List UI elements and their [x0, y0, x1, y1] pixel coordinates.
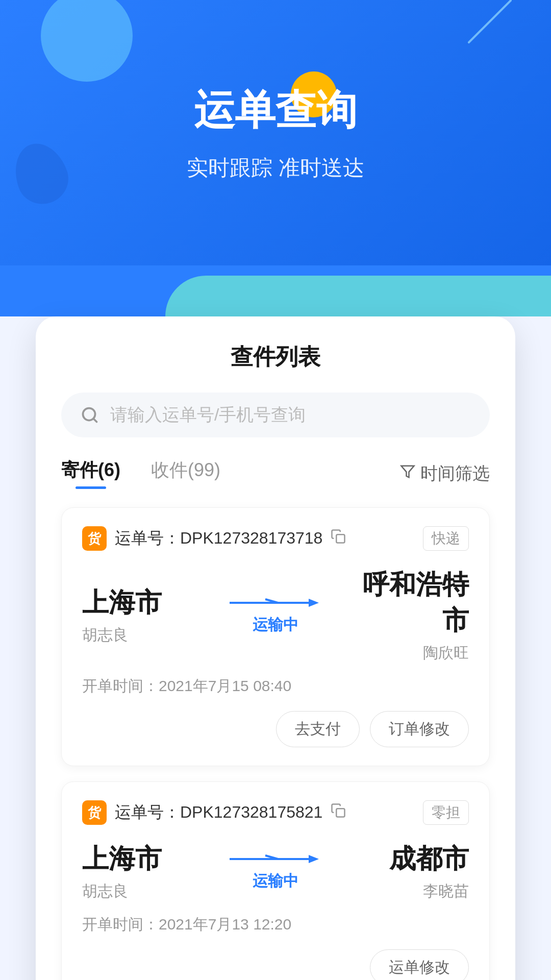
svg-marker-5	[309, 599, 319, 607]
hero-subtitle: 实时跟踪 准时送达	[187, 154, 364, 182]
search-icon	[80, 405, 100, 425]
svg-marker-2	[402, 465, 414, 477]
hero-title: 运单查询	[194, 83, 357, 138]
shipment-card-2: 货 运单号：DPK127328175821 零担 上海市 胡志良	[61, 781, 490, 980]
type-badge-1: 快递	[423, 526, 469, 551]
card-actions-1: 去支付 订单修改	[82, 711, 469, 747]
copy-icon-2[interactable]	[331, 803, 346, 822]
route-row-1: 上海市 胡志良 运输中 呼和浩特市 陶欣旺	[82, 567, 469, 664]
from-city-1: 上海市 胡志良	[82, 585, 211, 646]
tabs-row: 寄件(6) 收件(99) 时间筛选	[61, 458, 490, 489]
card-actions-2: 运单修改	[82, 949, 469, 980]
route-row-2: 上海市 胡志良 运输中 成都市 李晓苗	[82, 841, 469, 902]
pay-button-1[interactable]: 去支付	[276, 711, 360, 747]
type-badge-2: 零担	[423, 800, 469, 825]
order-icon-2: 货	[82, 800, 107, 825]
open-time-1: 开单时间：2021年7月15 08:40	[82, 676, 469, 697]
search-bar[interactable]: 请输入运单号/手机号查询	[61, 393, 490, 437]
decoration-shape-left	[6, 136, 75, 211]
filter-icon	[400, 464, 415, 483]
search-placeholder: 请输入运单号/手机号查询	[110, 403, 306, 427]
card-header-1: 货 运单号：DPK127328173718 快递	[82, 526, 469, 551]
to-city-2: 成都市 李晓苗	[340, 841, 469, 902]
filter-label: 时间筛选	[420, 462, 490, 485]
tab-sent[interactable]: 寄件(6)	[61, 458, 120, 489]
tab-received[interactable]: 收件(99)	[151, 458, 220, 489]
main-card: 查件列表 请输入运单号/手机号查询 寄件(6) 收件(99) 时间	[36, 316, 515, 980]
decoration-line-topright	[467, 0, 512, 44]
time-filter[interactable]: 时间筛选	[400, 462, 490, 485]
card-title: 查件列表	[61, 342, 490, 372]
svg-rect-3	[337, 534, 345, 543]
hero-section: 运单查询 实时跟踪 准时送达	[0, 0, 551, 265]
modify-button-2[interactable]: 运单修改	[370, 949, 469, 980]
from-city-2: 上海市 胡志良	[82, 841, 211, 902]
copy-icon-1[interactable]	[331, 529, 346, 548]
modify-button-1[interactable]: 订单修改	[370, 711, 469, 747]
svg-marker-9	[309, 855, 319, 863]
order-icon-1: 货	[82, 526, 107, 551]
open-time-2: 开单时间：2021年7月13 12:20	[82, 914, 469, 935]
shipment-card-1: 货 运单号：DPK127328173718 快递 上海市 胡志良	[61, 507, 490, 766]
arrow-center-2: 运输中	[211, 851, 340, 892]
svg-line-1	[93, 419, 97, 422]
arrow-center-1: 运输中	[211, 595, 340, 635]
to-city-1: 呼和浩特市 陶欣旺	[340, 567, 469, 664]
svg-rect-7	[337, 808, 345, 817]
card-header-2: 货 运单号：DPK127328175821 零担	[82, 800, 469, 825]
order-number-1: 运单号：DPK127328173718	[115, 527, 322, 550]
order-number-2: 运单号：DPK127328175821	[115, 801, 322, 824]
decoration-circle-topleft	[41, 0, 133, 82]
